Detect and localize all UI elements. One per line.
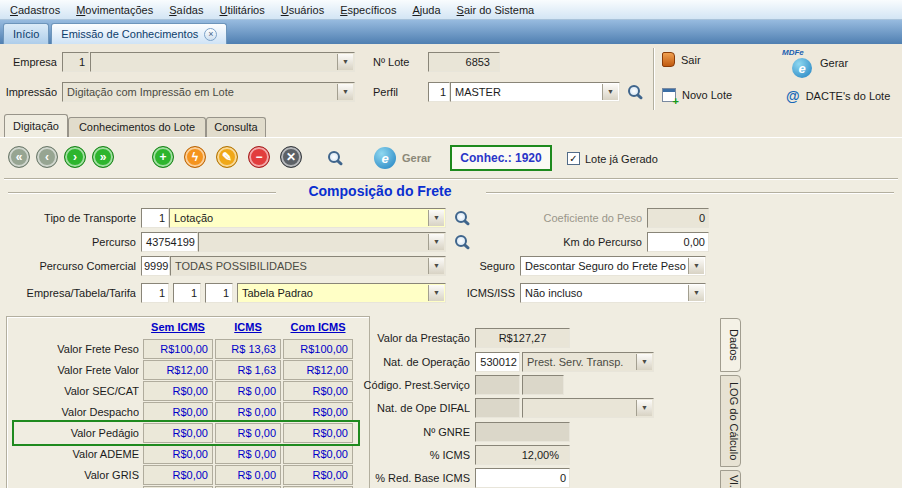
cell-frete-peso-sem[interactable]: R$100,00 [143, 339, 213, 359]
checkmark-icon: ✓ [569, 154, 577, 164]
nat-ope-difal-combo[interactable]: ▼ [522, 398, 654, 418]
cell-despacho-icms[interactable]: R$ 0,00 [215, 402, 281, 422]
row-label-gris: Valor GRIS [9, 465, 139, 485]
lote-label: Nº Lote [373, 52, 425, 72]
red-base-icms-field[interactable]: 0 [475, 468, 570, 488]
tab-inicio[interactable]: Início [3, 23, 49, 44]
icms-iss-combo[interactable]: Não incluso ▼ [520, 283, 706, 303]
cell-sec-cat-icms[interactable]: R$ 0,00 [215, 381, 281, 401]
nat-operacao-number-field[interactable]: 530012 [475, 352, 520, 372]
menu-saidas[interactable]: Saídas [161, 1, 211, 19]
sair-button[interactable]: Sair [662, 52, 701, 67]
side-tab-log-do-calculo[interactable]: LOG do Cálculo [720, 375, 741, 467]
gerar-button-label: Gerar [402, 152, 431, 164]
ett-empresa-field[interactable]: 1 [141, 283, 169, 303]
menu-ajuda[interactable]: Ajuda [404, 1, 448, 19]
dropdown-arrow-icon[interactable]: ▼ [636, 400, 652, 416]
tipo-transporte-combo[interactable]: Lotação ▼ [169, 208, 446, 228]
delete-button[interactable]: − [248, 146, 270, 168]
novo-lote-button[interactable]: Novo Lote [662, 88, 732, 102]
add-button[interactable]: + [152, 146, 174, 168]
dropdown-arrow-icon[interactable]: ▼ [636, 354, 652, 370]
gerar-mdfe-button[interactable]: MDFe e Gerar [782, 48, 848, 78]
next-record-button[interactable]: › [64, 146, 86, 168]
tab-emissao-de-conhecimentos[interactable]: Emissão de Conhecimentos × [51, 23, 227, 44]
percurso-combo[interactable]: ▼ [198, 232, 446, 252]
cell-frete-valor-icms[interactable]: R$ 1,63 [215, 360, 281, 380]
menu-usuarios[interactable]: Usuários [273, 1, 332, 19]
dropdown-arrow-icon[interactable]: ▼ [688, 285, 704, 301]
row-label-ademe: Valor ADEME [9, 444, 139, 464]
menu-movimentacoes[interactable]: Movimentações [68, 1, 161, 19]
row-label-pedagio: Valor Pedágio [9, 423, 139, 443]
menu-utilitarios[interactable]: Utilitários [211, 1, 272, 19]
cell-ademe-sem[interactable]: R$0,00 [143, 444, 213, 464]
gnre-field [475, 422, 570, 442]
tab-consulta[interactable]: Consulta [206, 117, 266, 137]
edit-button[interactable]: ✎ [216, 146, 238, 168]
tipo-transporte-search-icon[interactable] [455, 211, 467, 223]
close-tab-icon[interactable]: × [204, 28, 217, 41]
dropdown-arrow-icon[interactable]: ▼ [428, 234, 444, 250]
percurso-search-icon[interactable] [455, 235, 467, 247]
cell-ademe-icms[interactable]: R$ 0,00 [215, 444, 281, 464]
side-tab-vl-calculados[interactable]: Vl. Cal [720, 470, 741, 488]
dropdown-arrow-icon[interactable]: ▼ [602, 84, 618, 100]
impressao-combo[interactable]: Digitação com Impressão em Lote ▼ [62, 82, 355, 102]
mdfe-icon: MDFe e [782, 48, 814, 78]
menu-especificos[interactable]: Específicos [332, 1, 404, 19]
km-percurso-label: Km do Percurso [505, 232, 642, 252]
dropdown-arrow-icon[interactable]: ▼ [337, 84, 353, 100]
last-record-button[interactable]: » [92, 146, 114, 168]
percurso-label: Percurso [0, 232, 136, 252]
dropdown-arrow-icon[interactable]: ▼ [688, 258, 704, 274]
menu-sair-do-sistema[interactable]: Sair do Sistema [449, 1, 543, 19]
cell-pedagio-icms[interactable]: R$ 0,00 [215, 423, 281, 443]
ett-tarifa-field[interactable]: 1 [205, 283, 233, 303]
tab-digitacao[interactable]: Digitação [4, 114, 68, 137]
prior-record-button[interactable]: ‹ [36, 146, 58, 168]
menu-cadastros[interactable]: Cadastros [2, 1, 68, 19]
empresa-combo[interactable]: ▼ [90, 52, 355, 72]
cell-gris-icms[interactable]: R$ 0,00 [215, 465, 281, 485]
gerar-button[interactable]: e Gerar [374, 147, 431, 169]
dacte-label: DACTE's do Lote [806, 90, 891, 102]
perfil-combo[interactable]: MASTER ▼ [450, 82, 620, 102]
seguro-label: Seguro [385, 256, 515, 276]
search-icon[interactable] [328, 151, 340, 163]
cell-frete-valor-sem[interactable]: R$12,00 [143, 360, 213, 380]
prestacao-label: Valor da Prestação [335, 328, 470, 348]
percurso-comercial-number-field[interactable]: 9999 [141, 256, 170, 276]
side-tab-dados[interactable]: Dados [720, 318, 741, 372]
row-label-sec-cat: Valor SEC/CAT [9, 381, 139, 401]
tipo-transporte-label: Tipo de Transporte [0, 208, 136, 228]
ett-tabela-field[interactable]: 1 [173, 283, 201, 303]
cell-pedagio-sem[interactable]: R$0,00 [143, 423, 213, 443]
tipo-transporte-number-field[interactable]: 1 [141, 208, 169, 228]
km-percurso-field[interactable]: 0,00 [647, 232, 709, 252]
cell-frete-peso-icms[interactable]: R$ 13,63 [215, 339, 281, 359]
empresa-number-field[interactable]: 1 [62, 52, 89, 72]
nat-operacao-combo[interactable]: Prest. Serv. Transp. ▼ [522, 352, 654, 372]
toolbar-separator [4, 178, 898, 180]
perfil-number-field[interactable]: 1 [428, 82, 450, 102]
lote-field[interactable]: 6853 [428, 52, 500, 72]
percurso-number-field[interactable]: 43754199 [141, 232, 198, 252]
dacte-button[interactable]: @ DACTE's do Lote [786, 88, 890, 104]
seguro-combo[interactable]: Descontar Seguro do Frete Peso ▼ [520, 256, 706, 276]
lote-ja-gerado-checkbox[interactable]: ✓ [567, 152, 580, 165]
process-button[interactable]: ϟ [184, 146, 206, 168]
prestacao-field: R$127,27 [475, 328, 570, 348]
perfil-search-icon[interactable] [628, 85, 640, 97]
dropdown-arrow-icon[interactable]: ▼ [337, 54, 353, 70]
header-separator [653, 48, 655, 110]
empresa-tabela-tarifa-label: Empresa/Tabela/Tarifa [0, 283, 136, 303]
dropdown-arrow-icon[interactable]: ▼ [428, 210, 444, 226]
cell-despacho-sem[interactable]: R$0,00 [143, 402, 213, 422]
cell-sec-cat-sem[interactable]: R$0,00 [143, 381, 213, 401]
nat-operacao-label: Nat. de Operação [335, 352, 470, 372]
cell-gris-sem[interactable]: R$0,00 [143, 465, 213, 485]
first-record-button[interactable]: « [8, 146, 30, 168]
tab-conhecimentos-do-lote[interactable]: Conhecimentos do Lote [68, 117, 206, 137]
cancel-button[interactable]: ✕ [280, 146, 302, 168]
